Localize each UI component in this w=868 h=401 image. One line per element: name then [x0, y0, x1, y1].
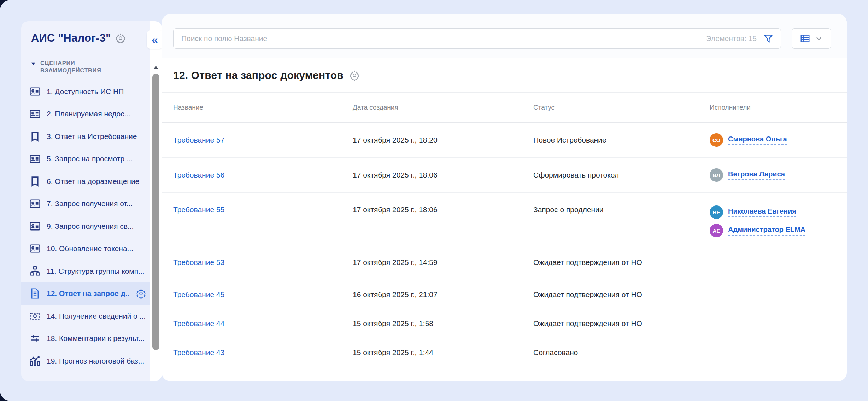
assignee-link[interactable]: Ветрова Лариса [728, 170, 785, 180]
sidebar-item-6[interactable]: 7. Запрос получения от... [21, 192, 162, 215]
sidebar-header: АИС "Налог-3" [21, 21, 162, 45]
table-row: Требование 55 17 октября 2025 г., 18:06 … [162, 193, 847, 245]
avatar: АЕ [710, 224, 723, 237]
avatar: НЕ [710, 205, 723, 219]
sidebar-item-9[interactable]: 11. Структура группы комп... [21, 260, 162, 283]
created-cell: 17 октября 2025 г., 18:06 [353, 171, 533, 179]
id-card-icon [29, 243, 41, 255]
status-cell: Сформировать протокол [533, 171, 710, 179]
table-body: Требование 57 17 октября 2025 г., 18:20 … [162, 123, 847, 367]
created-cell: 15 октября 2025 г., 1:58 [353, 319, 533, 328]
requirement-link[interactable]: Требование 57 [173, 136, 224, 144]
id-card-icon [29, 108, 41, 120]
sidebar: « АИС "Налог-3" СЦЕНАРИИ ВЗАИМОДЕЙСТВИЯ … [21, 21, 162, 381]
page-title-row: 12. Ответ на запрос документов [162, 58, 847, 93]
search-box: Элементов: 15 [173, 28, 781, 49]
requirement-link[interactable]: Требование 45 [173, 290, 224, 298]
sidebar-item-4[interactable]: 5. Запрос на просмотр ... [21, 147, 162, 170]
section-collapse-caret-icon[interactable] [30, 60, 37, 67]
sitemap-icon [29, 265, 41, 277]
table-row: Требование 57 17 октября 2025 г., 18:20 … [162, 123, 847, 158]
table-row: Требование 44 15 октября 2025 г., 1:58 О… [162, 309, 847, 338]
app-title: АИС "Налог-3" [31, 32, 111, 45]
sidebar-item-11[interactable]: 14. Получение сведений о ... [21, 305, 162, 327]
assignee-link[interactable]: Смирнова Ольга [728, 135, 787, 145]
app-settings-gear-icon[interactable] [115, 33, 126, 43]
comments-icon [29, 332, 41, 344]
sidebar-item-2[interactable]: 2. Планируемая недос... [21, 103, 162, 125]
created-cell: 17 октября 2025 г., 18:06 [353, 205, 533, 214]
filter-icon[interactable] [763, 33, 774, 44]
table-row: Требование 43 15 октября 2025 г., 1:44 С… [162, 338, 847, 367]
assignee-link[interactable]: Николаева Евгения [728, 207, 796, 217]
requirement-link[interactable]: Требование 43 [173, 348, 224, 356]
sidebar-section-label: СЦЕНАРИИ ВЗАИМОДЕЙСТВИЯ [40, 59, 115, 75]
sidebar-item-5[interactable]: 6. Ответ на доразмещение [21, 170, 162, 193]
assignees-cell: СОСмирнова Ольга [710, 133, 847, 147]
table-header: Название Дата создания Статус Исполнител… [162, 93, 847, 123]
id-card-icon [29, 153, 41, 165]
sidebar-item-7[interactable]: 9. Запрос получения св... [21, 215, 162, 238]
page-settings-gear-icon[interactable] [349, 70, 360, 81]
assignee: НЕНиколаева Евгения [710, 205, 838, 219]
column-header-created: Дата создания [353, 104, 533, 111]
assignee: ВЛВетрова Лариса [710, 168, 838, 182]
banknote-icon [29, 310, 41, 322]
requirement-link[interactable]: Требование 53 [173, 258, 224, 266]
bookmark-icon [29, 130, 41, 143]
column-header-status: Статус [533, 104, 710, 111]
toolbar: Элементов: 15 [162, 14, 847, 58]
requirement-link[interactable]: Требование 55 [173, 205, 224, 214]
sidebar-item-10[interactable]: 12. Ответ на запрос д... [21, 282, 162, 305]
sidebar-section-header[interactable]: СЦЕНАРИИ ВЗАИМОДЕЙСТВИЯ [21, 45, 162, 77]
scroll-up-icon[interactable] [152, 64, 160, 71]
sidebar-nav: 1. Доступность ИС НП 2. Планируемая недо… [21, 80, 162, 372]
table-view-button[interactable] [792, 28, 831, 49]
bookmark-icon [29, 175, 41, 187]
column-header-name: Название [173, 104, 353, 111]
assignees-cell: ВЛВетрова Лариса [710, 168, 847, 182]
assignee-link[interactable]: Администратор ELMA [728, 226, 805, 236]
search-input[interactable] [181, 34, 700, 43]
created-cell: 15 октября 2025 г., 1:44 [353, 348, 533, 357]
chart-icon [29, 355, 41, 367]
created-cell: 17 октября 2025 г., 14:59 [353, 258, 533, 267]
column-header-assignees: Исполнители [710, 104, 847, 111]
sidebar-item-8[interactable]: 10. Обновление токена... [21, 237, 162, 260]
status-cell: Ожидает подтверждения от НО [533, 290, 710, 299]
sidebar-item-settings-gear-icon[interactable] [136, 288, 146, 299]
requirement-link[interactable]: Требование 56 [173, 171, 224, 179]
status-cell: Согласовано [533, 348, 710, 357]
created-cell: 17 октября 2025 г., 18:20 [353, 136, 533, 144]
created-cell: 16 октября 2025 г., 21:07 [353, 290, 533, 299]
table-row: Требование 56 17 октября 2025 г., 18:06 … [162, 158, 847, 193]
sidebar-collapse-button[interactable]: « [147, 30, 163, 49]
avatar: СО [710, 133, 723, 147]
id-card-icon [29, 198, 41, 210]
scrollbar-thumb[interactable] [152, 74, 159, 350]
table-view-icon [800, 33, 810, 44]
chevron-down-icon [815, 34, 823, 43]
table-footer-dot: . [162, 367, 847, 381]
sidebar-item-12[interactable]: 18. Комментарии к результ... [21, 327, 162, 350]
document-icon [29, 287, 41, 300]
table-row: Требование 53 17 октября 2025 г., 14:59 … [162, 245, 847, 280]
main-panel: Элементов: 15 12. Ответ на запрос докуме… [162, 14, 847, 381]
requirement-link[interactable]: Требование 44 [173, 319, 224, 327]
sidebar-scrollbar-track[interactable] [150, 21, 162, 381]
status-cell: Ожидает подтверждения от НО [533, 319, 710, 328]
id-card-icon [29, 86, 41, 98]
avatar: ВЛ [710, 168, 723, 182]
table-row: Требование 45 16 октября 2025 г., 21:07 … [162, 280, 847, 309]
assignee: СОСмирнова Ольга [710, 133, 838, 147]
sidebar-item-3[interactable]: 3. Ответ на Истребование [21, 125, 162, 148]
sidebar-item-1[interactable]: 1. Доступность ИС НП [21, 80, 162, 103]
assignee: АЕАдминистратор ELMA [710, 224, 838, 237]
id-card-icon [29, 220, 41, 232]
status-cell: Ожидает подтверждения от НО [533, 258, 710, 267]
status-cell: Новое Истребование [533, 136, 710, 144]
app-window: « АИС "Налог-3" СЦЕНАРИИ ВЗАИМОДЕЙСТВИЯ … [0, 0, 868, 401]
sidebar-item-13[interactable]: 19. Прогноз налоговой баз... [21, 350, 162, 372]
page-title: 12. Ответ на запрос документов [173, 69, 344, 81]
status-cell: Запрос о продлении [533, 205, 710, 214]
